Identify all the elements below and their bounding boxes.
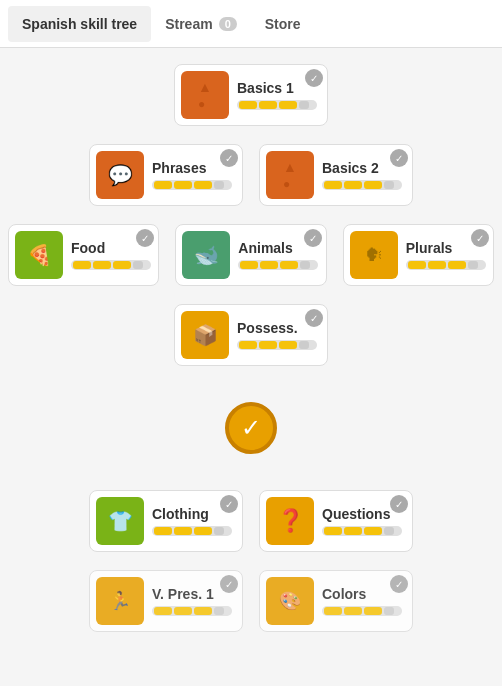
seg4 — [468, 261, 478, 269]
seg1 — [324, 527, 342, 535]
skill-card-basics2[interactable]: ▲● Basics 2 ✓ — [259, 144, 413, 206]
skill-name-basics1: Basics 1 — [237, 80, 317, 96]
seg4 — [384, 181, 394, 189]
seg1 — [239, 101, 257, 109]
skill-icon-basics1: ▲● — [181, 71, 229, 119]
check-basics1: ✓ — [305, 69, 323, 87]
seg2 — [259, 101, 277, 109]
skill-card-clothing[interactable]: 👕 Clothing ✓ — [89, 490, 243, 552]
skill-icon-plurals: 🗣 — [350, 231, 398, 279]
skill-info-questions: Questions — [322, 506, 402, 536]
seg3 — [194, 527, 212, 535]
check-basics2: ✓ — [390, 149, 408, 167]
progress-animals — [238, 260, 318, 270]
skill-row-3: 🍕 Food ✓ 🐋 Animals — [8, 224, 494, 286]
skill-info-colors: Colors — [322, 586, 402, 616]
skill-card-possess[interactable]: 📦 Possess. ✓ — [174, 304, 328, 366]
stream-badge: 0 — [219, 17, 237, 31]
skill-info-basics1: Basics 1 — [237, 80, 317, 110]
skill-row-7: 🏃 V. Pres. 1 ✓ 🎨 Colors — [8, 570, 494, 632]
skill-name-clothing: Clothing — [152, 506, 232, 522]
seg3 — [364, 181, 382, 189]
seg4 — [214, 607, 224, 615]
seg2 — [344, 527, 362, 535]
progress-colors — [322, 606, 402, 616]
seg4 — [384, 607, 394, 615]
seg2 — [93, 261, 111, 269]
check-food: ✓ — [136, 229, 154, 247]
seg1 — [73, 261, 91, 269]
seg2 — [174, 181, 192, 189]
skill-card-basics1[interactable]: ▲● Basics 1 ✓ — [174, 64, 328, 126]
tab-label-skill-tree: Spanish skill tree — [22, 16, 137, 32]
skill-icon-food: 🍕 — [15, 231, 63, 279]
seg1 — [154, 181, 172, 189]
skill-card-phrases[interactable]: 💬 Phrases ✓ — [89, 144, 243, 206]
seg3 — [364, 527, 382, 535]
skill-name-phrases: Phrases — [152, 160, 232, 176]
big-check-button[interactable]: ✓ — [225, 402, 277, 454]
seg2 — [260, 261, 278, 269]
skill-info-vpres1: V. Pres. 1 — [152, 586, 232, 616]
seg4 — [214, 527, 224, 535]
skill-name-questions: Questions — [322, 506, 402, 522]
skill-icon-questions: ❓ — [266, 497, 314, 545]
skill-name-possess: Possess. — [237, 320, 317, 336]
seg3 — [279, 101, 297, 109]
skill-icon-animals: 🐋 — [182, 231, 230, 279]
seg3 — [364, 607, 382, 615]
check-possess: ✓ — [305, 309, 323, 327]
skill-icon-basics2: ▲● — [266, 151, 314, 199]
skill-info-possess: Possess. — [237, 320, 317, 350]
seg1 — [408, 261, 426, 269]
skill-icon-possess: 📦 — [181, 311, 229, 359]
skill-card-plurals[interactable]: 🗣 Plurals ✓ — [343, 224, 494, 286]
skill-info-phrases: Phrases — [152, 160, 232, 190]
skill-icon-colors: 🎨 — [266, 577, 314, 625]
check-animals: ✓ — [304, 229, 322, 247]
skill-icon-clothing: 👕 — [96, 497, 144, 545]
skill-icon-vpres1: 🏃 — [96, 577, 144, 625]
skill-row-2: 💬 Phrases ✓ ▲● Basics 2 — [8, 144, 494, 206]
seg4 — [214, 181, 224, 189]
check-plurals: ✓ — [471, 229, 489, 247]
progress-questions — [322, 526, 402, 536]
tab-label-stream: Stream — [165, 16, 212, 32]
tab-spanish-skill-tree[interactable]: Spanish skill tree — [8, 6, 151, 42]
skill-tree-content: ▲● Basics 1 ✓ 💬 Phrases — [0, 48, 502, 658]
skill-card-food[interactable]: 🍕 Food ✓ — [8, 224, 159, 286]
progress-food — [71, 260, 151, 270]
check-vpres1: ✓ — [220, 575, 238, 593]
seg3 — [280, 261, 298, 269]
skill-name-basics2: Basics 2 — [322, 160, 402, 176]
progress-basics1 — [237, 100, 317, 110]
skill-name-vpres1: V. Pres. 1 — [152, 586, 232, 602]
seg2 — [174, 527, 192, 535]
skill-info-basics2: Basics 2 — [322, 160, 402, 190]
seg3 — [448, 261, 466, 269]
skill-card-colors[interactable]: 🎨 Colors ✓ — [259, 570, 413, 632]
skill-card-vpres1[interactable]: 🏃 V. Pres. 1 ✓ — [89, 570, 243, 632]
seg4 — [299, 341, 309, 349]
seg4 — [133, 261, 143, 269]
seg2 — [428, 261, 446, 269]
progress-phrases — [152, 180, 232, 190]
skill-card-animals[interactable]: 🐋 Animals ✓ — [175, 224, 326, 286]
skill-row-6: 👕 Clothing ✓ ❓ Questions — [8, 490, 494, 552]
tab-store[interactable]: Store — [251, 6, 315, 42]
seg1 — [324, 181, 342, 189]
progress-plurals — [406, 260, 486, 270]
seg4 — [299, 101, 309, 109]
seg2 — [344, 181, 362, 189]
tab-stream[interactable]: Stream 0 — [151, 6, 251, 42]
seg2 — [259, 341, 277, 349]
tab-label-store: Store — [265, 16, 301, 32]
seg4 — [384, 527, 394, 535]
skill-card-questions[interactable]: ❓ Questions ✓ — [259, 490, 413, 552]
check-phrases: ✓ — [220, 149, 238, 167]
big-check-icon: ✓ — [241, 414, 261, 442]
seg1 — [324, 607, 342, 615]
seg2 — [174, 607, 192, 615]
skill-name-colors: Colors — [322, 586, 402, 602]
seg3 — [194, 181, 212, 189]
